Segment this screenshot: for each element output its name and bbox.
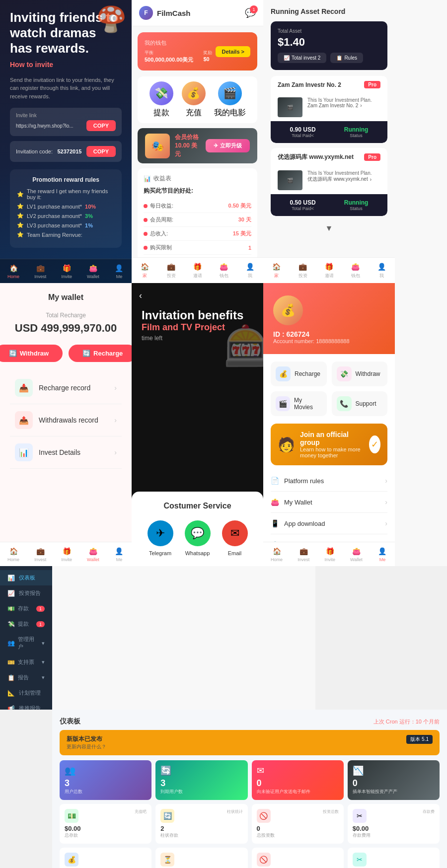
expand-button[interactable]: ▼: [271, 221, 387, 236]
total-invest-button[interactable]: 📈 Total invest 2: [278, 53, 326, 63]
a-home-icon: 🏠: [272, 262, 282, 272]
support-icon-me: 📞: [337, 396, 352, 411]
recharge-button[interactable]: 🔄 Recharge: [69, 345, 132, 362]
invitation-panel: ‹ 🎰 Invitation benefits Film and TV Proj…: [132, 283, 263, 566]
me-nav-invite[interactable]: 🎁 Invite: [324, 546, 335, 562]
a-nav-me[interactable]: 👤 我: [377, 262, 387, 279]
me-nav-invest[interactable]: 💼 Invest: [298, 546, 309, 562]
reports-icon: 📋: [7, 674, 15, 681]
sidebar-item-invest-report[interactable]: 📈 投资报告: [0, 585, 52, 601]
a-nav-invest[interactable]: 💼 投资: [298, 262, 308, 279]
w-nav-invite[interactable]: 🎁 Invite: [61, 546, 72, 562]
join-group-banner[interactable]: 🧑 Join an official group Learn how to ma…: [271, 424, 387, 465]
recharge-record-item[interactable]: 📥 Recharge record ›: [10, 372, 122, 404]
nav-me-label: Me: [116, 274, 123, 279]
chat-button[interactable]: 💬 1: [245, 7, 256, 18]
sidebar-item-support[interactable]: 🎫 支持票 ▾: [0, 654, 52, 670]
email-option[interactable]: ✉ Email: [222, 520, 248, 556]
rules-button[interactable]: 📋 Rules: [330, 53, 363, 63]
chevron-app: ›: [385, 519, 387, 527]
invest-details-item[interactable]: 📊 Invest Details ›: [10, 436, 122, 469]
support-action-me[interactable]: 📞 Support: [332, 391, 388, 416]
lv2-rule: ⭐ LV2 purchase amount* 3%: [17, 213, 115, 219]
details-button[interactable]: Details >: [216, 46, 250, 57]
pro-badge-0: Pro: [364, 81, 380, 88]
a-nav-invite[interactable]: 🎁 邀请: [324, 262, 334, 279]
copy-link-button[interactable]: COPY: [86, 120, 116, 131]
earnings-table: 📊 收益表 购买此节目的好处: 每日收益: 0.50 美元 会员周期: 30 天…: [138, 168, 257, 261]
ic-stat-status-1: Running Status: [344, 199, 369, 211]
how-to-invite-link[interactable]: How to invite: [10, 61, 122, 69]
lv1-rule: ⭐ LV1 purchase amount* 10%: [17, 203, 115, 210]
fc-nav-home[interactable]: 🏠 家: [140, 262, 150, 279]
nav-wallet[interactable]: 👛 Wallet: [87, 263, 99, 279]
a-me-icon: 👤: [377, 262, 387, 272]
a-nav-wallet[interactable]: 👛 钱包: [351, 262, 361, 279]
platform-rules-item[interactable]: 📄 Platform rules ›: [271, 470, 387, 492]
whatsapp-option[interactable]: 💬 Whatsapp: [185, 520, 211, 556]
nav-invest[interactable]: 💼 Invest: [34, 263, 46, 279]
join-group-text: Join an official group Learn how to make…: [300, 431, 364, 458]
app-download-item[interactable]: 📱 App download ›: [271, 513, 387, 534]
movies-icon-me: 🎬: [276, 396, 290, 411]
money-fee: ✂ 提款费 $0.00 提款费用: [348, 848, 440, 868]
recharge-action[interactable]: 💰 充值: [182, 81, 206, 118]
sidebar-item-deposit[interactable]: 💵 存款 1: [0, 601, 52, 616]
me-nav-home[interactable]: 🏠 Home: [271, 546, 283, 562]
fc-nav-invest[interactable]: 💼 投资: [166, 262, 176, 279]
movie-thumb-1: 🎬: [278, 170, 302, 190]
ic-stat-paid-0: 0.90 USD Total Paid<: [290, 126, 316, 138]
recharge-label-me: Recharge: [295, 370, 320, 377]
fc-nav-invite[interactable]: 🎁 邀请: [193, 262, 203, 279]
withdrawals-record-item[interactable]: 📤 Withdrawals record ›: [10, 404, 122, 436]
back-button[interactable]: ‹: [139, 290, 142, 301]
check-icon: ✓: [369, 435, 380, 453]
nav-me[interactable]: 👤 Me: [114, 263, 124, 279]
withdraw-icon-me: 💸: [337, 366, 352, 381]
movies-action-me[interactable]: 🎬 My Movies: [271, 391, 327, 416]
me-nav-me[interactable]: 👤 Me: [377, 546, 387, 562]
w-nav-home[interactable]: 🏠 Home: [7, 546, 19, 562]
invite-link-label: Invite link: [16, 113, 116, 118]
investment-inner-1: 🎬 This Is Your Investment Plan. 优选源码库 ww…: [271, 166, 387, 194]
invest2-label: 总投资数: [257, 832, 339, 839]
sidebar-item-users[interactable]: 👥 管理用户 ▾: [0, 632, 52, 654]
earnings-label: 收益表: [153, 174, 171, 183]
w-nav-wallet[interactable]: 👛 Wallet: [87, 546, 99, 562]
sidebar-item-dashboard[interactable]: 📊 仪表板: [0, 570, 52, 585]
asset-summary: Total Asset $1.40 📈 Total invest 2 📋 Rul…: [271, 21, 387, 70]
my-wallet-item[interactable]: 👛 My Wallet ›: [271, 492, 387, 513]
w-nav-invest[interactable]: 💼 Invest: [34, 546, 46, 562]
telegram-option[interactable]: ✈ Telegram: [148, 520, 173, 556]
sidebar-item-promo[interactable]: 📢 推推报告: [0, 701, 52, 710]
stat2-invest-count: 🚫 投资总数 0 总投资数: [252, 804, 344, 844]
expired-stat-label: 到期用户数: [160, 789, 242, 795]
me-nav-wallet[interactable]: 👛 Wallet: [350, 546, 363, 562]
movies-action[interactable]: 🎬 我的电影: [214, 81, 246, 118]
fc-nav-wallet[interactable]: 👛 钱包: [219, 262, 229, 279]
a-nav-home[interactable]: 🏠 家: [272, 262, 282, 279]
invest-details-icon: 📊: [15, 443, 33, 461]
withdraw-action[interactable]: 💸 提款: [149, 81, 173, 118]
stat2-deposit: 💵 充值吧 $0.00 总存款: [60, 804, 151, 844]
wallet-label: 我的钱包: [145, 39, 212, 47]
nav-home[interactable]: 🏠 Home: [7, 263, 19, 279]
earnings-icon: 📊: [144, 175, 151, 182]
upgrade-button[interactable]: ✈ 立即升级: [206, 139, 250, 152]
row2-right-partial: [395, 283, 447, 566]
copy-code-button[interactable]: COPY: [86, 146, 116, 157]
fc-nav-me[interactable]: 👤 我: [245, 262, 255, 279]
nav-invite[interactable]: 🎁 Invite: [61, 263, 72, 279]
w-nav-me[interactable]: 👤 Me: [114, 546, 124, 562]
withdraw-button[interactable]: 🔄 Withdraw: [0, 345, 63, 362]
sidebar-item-plan[interactable]: 📐 计划管理: [0, 685, 52, 701]
withdrawal-badge: 1: [36, 621, 45, 627]
invite-link-box: Invite link https://xg.hwym.shop?lo... C…: [10, 108, 122, 136]
sidebar-item-reports[interactable]: 📋 报告 ▾: [0, 670, 52, 685]
wallet-total-amount: USD 499,999,970.00: [10, 322, 122, 335]
users-icon: 👥: [7, 640, 15, 647]
recharge-action-me[interactable]: 💰 Recharge: [271, 362, 327, 386]
total-invest-icon: 📈: [284, 55, 290, 61]
sidebar-item-withdrawal[interactable]: 💸 提款 1: [0, 616, 52, 632]
withdraw-action-me[interactable]: 💸 Withdraw: [332, 362, 388, 386]
